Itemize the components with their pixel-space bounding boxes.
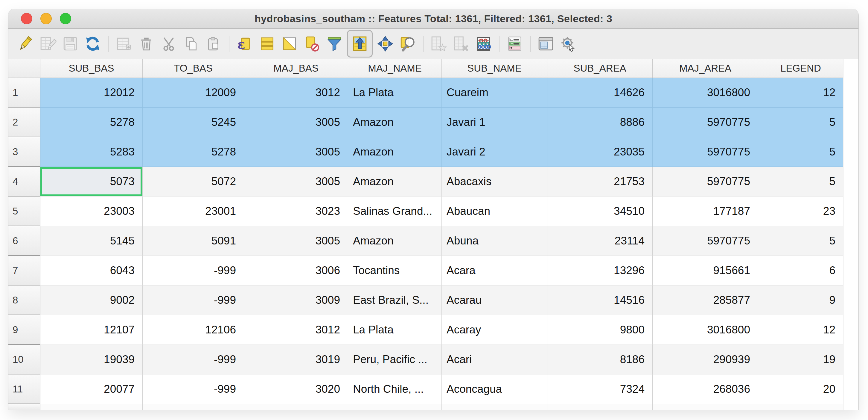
cell-SUB_AREA[interactable]: 21753 <box>547 167 653 197</box>
cell-LEGEND[interactable]: 12 <box>758 78 843 108</box>
row-number[interactable]: 8 <box>8 285 40 315</box>
minimize-button[interactable] <box>40 13 52 24</box>
cut-icon[interactable] <box>159 32 179 56</box>
zoom-button[interactable] <box>60 13 71 24</box>
column-header-MAJ_NAME[interactable]: MAJ_NAME <box>348 59 442 78</box>
row-number[interactable]: 5 <box>8 197 40 226</box>
cell-SUB_NAME[interactable]: Javari 1 <box>442 108 547 137</box>
cell-LEGEND[interactable]: 5 <box>758 137 843 167</box>
invert-selection-icon[interactable] <box>280 32 300 56</box>
cell-MAJ_BAS[interactable]: 3005 <box>244 167 348 197</box>
copy-icon[interactable] <box>181 32 201 56</box>
filter-select-by-form-icon[interactable] <box>324 32 344 56</box>
cell-MAJ_NAME[interactable]: North Chile, ... <box>348 374 442 404</box>
cell-MAJ_NAME[interactable]: La Plata <box>348 78 442 108</box>
cell-MAJ_AREA[interactable]: 3016800 <box>653 78 758 108</box>
column-header-SUB_AREA[interactable]: SUB_AREA <box>547 59 653 78</box>
reload-icon[interactable] <box>83 32 102 56</box>
select-by-expression-icon[interactable]: ε <box>235 32 254 56</box>
header-corner[interactable] <box>8 59 40 78</box>
cell-SUB_BAS[interactable]: 20077 <box>40 374 143 404</box>
cell-SUB_BAS[interactable]: 5278 <box>40 108 143 137</box>
cell-SUB_BAS[interactable]: 12012 <box>40 78 143 108</box>
paste-icon[interactable] <box>204 32 223 56</box>
cell-SUB_BAS[interactable]: 6043 <box>40 256 143 285</box>
cell-MAJ_BAS[interactable]: 3005 <box>244 226 348 256</box>
cell-SUB_AREA[interactable]: 13296 <box>547 256 653 285</box>
cell-SUB_BAS[interactable]: 5073 <box>40 167 143 197</box>
pan-to-selection-icon[interactable] <box>375 32 395 56</box>
actions-icon[interactable] <box>558 32 578 56</box>
cell-SUB_AREA[interactable]: 9800 <box>547 315 653 345</box>
cell-SUB_AREA[interactable]: 34510 <box>547 197 653 226</box>
cell-TO_BAS[interactable]: 5072 <box>143 167 244 197</box>
cell-MAJ_BAS[interactable]: 3012 <box>244 315 348 345</box>
row-number[interactable]: 11 <box>8 374 40 404</box>
cell-MAJ_AREA[interactable]: 3016800 <box>653 315 758 345</box>
cell-LEGEND[interactable]: 5 <box>758 108 843 137</box>
deselect-all-icon[interactable] <box>302 32 322 56</box>
cell-TO_BAS[interactable]: -999 <box>143 345 244 374</box>
row-number[interactable]: 6 <box>8 226 40 256</box>
cell-SUB_AREA[interactable]: 23035 <box>547 137 653 167</box>
column-header-TO_BAS[interactable]: TO_BAS <box>143 59 244 78</box>
cell-MAJ_NAME[interactable]: La Plata <box>348 315 442 345</box>
cell-SUB_NAME[interactable]: Acari <box>442 345 547 374</box>
cell-LEGEND[interactable]: 20 <box>758 374 843 404</box>
cell-TO_BAS[interactable]: -999 <box>143 256 244 285</box>
dock-attribute-table-icon[interactable] <box>536 32 556 56</box>
cell-MAJ_NAME[interactable]: Amazon <box>348 108 442 137</box>
cell-TO_BAS[interactable]: 12009 <box>143 78 244 108</box>
cell-MAJ_BAS[interactable]: 3020 <box>244 374 348 404</box>
row-number[interactable]: 3 <box>8 137 40 167</box>
cell-SUB_BAS[interactable]: 9002 <box>40 285 143 315</box>
column-header-MAJ_BAS[interactable]: MAJ_BAS <box>244 59 348 78</box>
cell-MAJ_BAS[interactable]: 3005 <box>244 108 348 137</box>
cell-MAJ_AREA[interactable]: 290939 <box>653 345 758 374</box>
multi-edit-icon[interactable] <box>38 32 58 56</box>
row-number[interactable]: 1 <box>8 78 40 108</box>
cell-TO_BAS[interactable]: 5278 <box>143 137 244 167</box>
row-number[interactable]: 10 <box>8 345 40 374</box>
cell-MAJ_NAME[interactable]: East Brazil, S... <box>348 285 442 315</box>
cell-MAJ_NAME[interactable]: Amazon <box>348 226 442 256</box>
cell-MAJ_BAS[interactable]: 3023 <box>244 197 348 226</box>
select-all-icon[interactable] <box>257 32 277 56</box>
add-feature-icon[interactable] <box>114 32 134 56</box>
cell-SUB_NAME[interactable]: Abaucan <box>442 197 547 226</box>
cell-TO_BAS[interactable]: 5091 <box>143 226 244 256</box>
cell-MAJ_NAME[interactable]: Salinas Grand... <box>348 197 442 226</box>
cell-SUB_NAME[interactable]: Abacaxis <box>442 167 547 197</box>
cell-SUB_AREA[interactable]: 14516 <box>547 285 653 315</box>
cell-MAJ_AREA[interactable]: 268036 <box>653 374 758 404</box>
cell-MAJ_BAS[interactable]: 3009 <box>244 285 348 315</box>
row-number[interactable]: 4 <box>8 167 40 197</box>
cell-SUB_AREA[interactable]: 8186 <box>547 345 653 374</box>
cell-SUB_AREA[interactable]: 14626 <box>547 78 653 108</box>
cell-SUB_BAS[interactable]: 5283 <box>40 137 143 167</box>
field-calculator-icon[interactable] <box>474 32 494 56</box>
conditional-formatting-icon[interactable] <box>505 32 525 56</box>
cell-LEGEND[interactable]: 19 <box>758 345 843 374</box>
cell-MAJ_AREA[interactable]: 5970775 <box>653 137 758 167</box>
row-number[interactable]: 9 <box>8 315 40 345</box>
column-header-SUB_BAS[interactable]: SUB_BAS <box>40 59 143 78</box>
cell-SUB_AREA[interactable]: 23114 <box>547 226 653 256</box>
cell-MAJ_BAS[interactable]: 3006 <box>244 256 348 285</box>
move-selection-to-top-icon[interactable] <box>347 30 373 57</box>
cell-SUB_BAS[interactable]: 12107 <box>40 315 143 345</box>
cell-SUB_AREA[interactable]: 7324 <box>547 374 653 404</box>
cell-MAJ_AREA[interactable]: 285877 <box>653 285 758 315</box>
close-button[interactable] <box>21 13 32 24</box>
cell-MAJ_BAS[interactable]: 3019 <box>244 345 348 374</box>
cell-TO_BAS[interactable]: -999 <box>143 285 244 315</box>
column-header-SUB_NAME[interactable]: SUB_NAME <box>442 59 547 78</box>
cell-SUB_NAME[interactable]: Abuna <box>442 226 547 256</box>
cell-SUB_NAME[interactable]: Acara <box>442 256 547 285</box>
save-edits-icon[interactable] <box>60 32 80 56</box>
cell-MAJ_NAME[interactable]: Amazon <box>348 167 442 197</box>
row-number[interactable]: 2 <box>8 108 40 137</box>
cell-TO_BAS[interactable]: 5245 <box>143 108 244 137</box>
cell-SUB_NAME[interactable]: Acaray <box>442 315 547 345</box>
cell-LEGEND[interactable]: 5 <box>758 226 843 256</box>
